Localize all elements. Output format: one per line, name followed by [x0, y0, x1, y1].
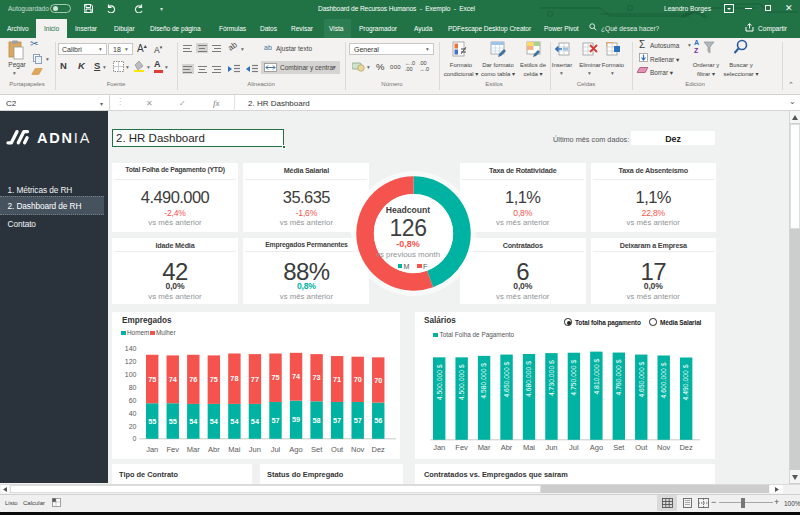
- svg-text:Fev: Fev: [167, 445, 180, 454]
- svg-text:4.600.000 $: 4.600.000 $: [660, 362, 667, 398]
- svg-text:74: 74: [169, 375, 178, 384]
- svg-text:54: 54: [230, 417, 239, 426]
- svg-text:Abr: Abr: [208, 445, 220, 454]
- svg-text:Ago: Ago: [590, 443, 603, 452]
- svg-text:4.760.000 $: 4.760.000 $: [615, 359, 622, 395]
- svg-text:Nov: Nov: [351, 445, 365, 454]
- svg-text:55: 55: [169, 417, 177, 426]
- svg-text:4.500.000 $: 4.500.000 $: [458, 364, 465, 400]
- svg-text:70: 70: [354, 375, 362, 384]
- svg-text:Nov: Nov: [657, 443, 671, 452]
- svg-text:Out: Out: [331, 445, 344, 454]
- svg-text:Dez: Dez: [679, 443, 693, 452]
- svg-text:60: 60: [129, 397, 137, 404]
- svg-text:74: 74: [292, 372, 301, 381]
- svg-text:57: 57: [333, 416, 341, 425]
- svg-text:Ago: Ago: [289, 445, 302, 454]
- svg-text:4.680.000 $: 4.680.000 $: [525, 361, 532, 397]
- svg-text:71: 71: [333, 375, 341, 384]
- svg-text:54: 54: [251, 417, 260, 426]
- svg-text:Jun: Jun: [545, 443, 557, 452]
- svg-text:4.580.000 $: 4.580.000 $: [480, 363, 487, 399]
- svg-text:Jul: Jul: [569, 443, 579, 452]
- svg-text:Out: Out: [635, 443, 648, 452]
- svg-text:Mai: Mai: [523, 443, 535, 452]
- svg-text:Jan: Jan: [146, 445, 158, 454]
- svg-text:4.650.000 $: 4.650.000 $: [638, 361, 645, 397]
- svg-text:78: 78: [230, 374, 238, 383]
- svg-text:0: 0: [133, 435, 137, 442]
- svg-text:58: 58: [313, 416, 321, 425]
- svg-text:Dez: Dez: [372, 445, 386, 454]
- svg-text:20: 20: [129, 423, 137, 430]
- svg-text:55: 55: [148, 417, 156, 426]
- svg-text:57: 57: [354, 416, 362, 425]
- svg-text:4.750.000 $: 4.750.000 $: [570, 360, 577, 396]
- svg-text:Set: Set: [311, 445, 323, 454]
- svg-text:140: 140: [125, 345, 137, 352]
- svg-text:75: 75: [148, 375, 156, 384]
- svg-text:73: 73: [313, 373, 321, 382]
- svg-text:Fev: Fev: [455, 443, 468, 452]
- svg-text:Set: Set: [613, 443, 625, 452]
- svg-text:Mai: Mai: [228, 445, 240, 454]
- svg-text:75: 75: [210, 375, 218, 384]
- svg-text:76: 76: [189, 375, 197, 384]
- svg-text:54: 54: [210, 417, 219, 426]
- svg-text:120: 120: [125, 358, 137, 365]
- svg-text:4.730.000 $: 4.730.000 $: [548, 360, 555, 396]
- svg-text:Jun: Jun: [249, 445, 261, 454]
- svg-text:4.650.000 $: 4.650.000 $: [503, 361, 510, 397]
- svg-text:Mar: Mar: [187, 445, 200, 454]
- svg-text:77: 77: [251, 375, 259, 384]
- svg-text:Jan: Jan: [433, 443, 445, 452]
- svg-text:59: 59: [292, 415, 300, 424]
- svg-text:4.490.000 $: 4.490.000 $: [682, 364, 689, 400]
- svg-text:54: 54: [189, 417, 198, 426]
- svg-text:75: 75: [271, 373, 279, 382]
- svg-text:Mar: Mar: [478, 443, 491, 452]
- svg-text:Abr: Abr: [501, 443, 513, 452]
- svg-text:57: 57: [271, 416, 279, 425]
- svg-text:56: 56: [374, 416, 382, 425]
- svg-text:70: 70: [374, 376, 382, 385]
- svg-text:40: 40: [129, 410, 137, 417]
- svg-text:4.810.000 $: 4.810.000 $: [593, 358, 600, 394]
- svg-text:100: 100: [125, 371, 137, 378]
- svg-text:80: 80: [129, 384, 137, 391]
- svg-text:Jul: Jul: [271, 445, 281, 454]
- svg-text:4.500.000 $: 4.500.000 $: [436, 364, 443, 400]
